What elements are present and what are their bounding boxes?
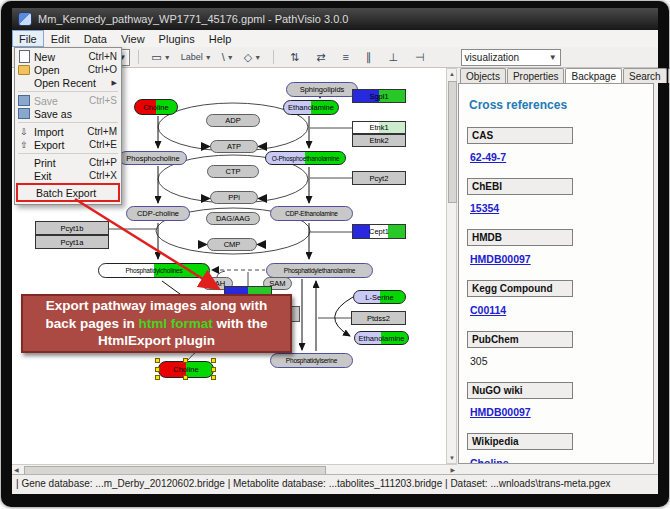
selection-handle[interactable]: [211, 358, 216, 363]
crossref-link[interactable]: HMDB00097: [470, 253, 531, 265]
selection-handle[interactable]: [183, 358, 188, 363]
gene-node-pcyt2[interactable]: Pcyt2: [352, 171, 406, 185]
crossref-title: HMDB: [467, 229, 573, 246]
stack-rows-button[interactable]: ≡: [339, 48, 353, 66]
node-ppi[interactable]: PPi: [210, 191, 258, 204]
file-menu-item-import[interactable]: ⇩ImportCtrl+M: [15, 125, 121, 138]
node-label: Pcyt2: [370, 174, 389, 183]
file-menu-item-new[interactable]: NewCtrl+N: [15, 50, 121, 63]
import-arrow-icon: ⇩: [18, 127, 30, 137]
node-phosphatidylethanolamine[interactable]: Phosphatidylethanolamine: [266, 263, 373, 278]
tab-properties[interactable]: Properties: [507, 68, 565, 83]
selection-handle[interactable]: [155, 375, 160, 380]
crossref-link[interactable]: Choline: [470, 457, 509, 464]
node-phosphocholine[interactable]: Phosphocholine: [119, 151, 187, 165]
crossref-value: 305: [470, 355, 645, 367]
file-menu-item-print[interactable]: PrintCtrl+P: [15, 156, 121, 169]
file-menu-item-exit[interactable]: ExitCtrl+X: [15, 169, 121, 182]
stack-columns-button[interactable]: ∥: [362, 48, 376, 66]
crossref-link[interactable]: 15354: [470, 202, 499, 214]
scroll-down-icon[interactable]: ▼: [449, 455, 455, 461]
canvas-vertical-scrollbar[interactable]: ▲ ▼: [446, 68, 457, 464]
crossref-section-chebi: ChEBI15354: [467, 178, 645, 214]
gene-node-etnk1[interactable]: Etnk1: [352, 121, 406, 134]
scroll-left-icon[interactable]: ◀: [14, 467, 19, 473]
tab-objects[interactable]: Objects: [460, 68, 506, 83]
align-right-button[interactable]: ⊣: [411, 48, 429, 66]
node-cmp[interactable]: CMP: [207, 238, 257, 251]
node-dag-aag[interactable]: DAG/AAG: [206, 212, 260, 225]
node-cdp-ethanolamine[interactable]: CDP-Ethanolamine: [270, 206, 353, 221]
node-phosphatidylserine[interactable]: Phosphatidylserine: [270, 353, 353, 368]
shape-tool[interactable]: ◇▼: [240, 48, 265, 66]
crossref-value: HMDB00097: [470, 253, 645, 265]
scroll-right-icon[interactable]: ▶: [450, 467, 455, 473]
crossref-section-cas: CAS62-49-7: [467, 127, 645, 163]
menubar-item-help[interactable]: Help: [202, 30, 239, 47]
menubar-item-plugins[interactable]: Plugins: [152, 30, 202, 47]
node-choline-top[interactable]: Choline: [134, 99, 178, 115]
crossref-link[interactable]: C00114: [470, 304, 506, 316]
tab-search[interactable]: Search: [623, 68, 667, 83]
selection-handle[interactable]: [155, 358, 160, 363]
canvas-horizontal-scrollbar[interactable]: ◀ ▶: [12, 464, 457, 474]
node-l-serine[interactable]: L-Serine: [353, 290, 406, 304]
menu-item-label: Open Recent: [34, 77, 104, 89]
node-atp[interactable]: ATP: [210, 140, 258, 153]
label-tool[interactable]: Label▼: [177, 48, 216, 66]
node-ethanolamine-bottom[interactable]: Ethanolamine: [354, 331, 409, 345]
node-sphingolipids[interactable]: Sphingolipids: [286, 82, 358, 97]
menu-shortcut: Ctrl+E: [89, 139, 117, 150]
app-icon: [18, 12, 32, 26]
align-center-vertical-button[interactable]: ⇅: [286, 48, 303, 66]
file-menu-item-batch-export[interactable]: Batch Export: [16, 183, 120, 202]
node-phosphatidylcholines[interactable]: Phosphatidylcholines: [98, 263, 210, 278]
line-tool[interactable]: \▼: [218, 48, 238, 66]
file-menu-item-save-as[interactable]: Save as: [15, 107, 121, 120]
node-o-phosphoethanolamine[interactable]: O-Phosphoethanolamine: [265, 151, 346, 165]
selection-handle[interactable]: [155, 367, 160, 372]
gene-node-tool[interactable]: ▭▼: [147, 48, 174, 66]
align-bottom-icon: ⊥: [388, 52, 398, 63]
node-adp[interactable]: ADP: [206, 114, 260, 127]
gene-node-pcyt1a[interactable]: Pcyt1a: [35, 235, 109, 249]
align-bottom-button[interactable]: ⊥: [384, 48, 402, 66]
file-menu-item-save[interactable]: SaveCtrl+S: [15, 94, 121, 107]
new-file-icon: [18, 52, 30, 62]
menubar-item-data[interactable]: Data: [77, 30, 114, 47]
menubar-item-view[interactable]: View: [114, 30, 152, 47]
node-label: Choline: [173, 365, 198, 374]
file-menu-item-export[interactable]: ⇧ExportCtrl+E: [15, 138, 121, 151]
node-label: CDP-choline: [137, 209, 179, 218]
crossref-link[interactable]: HMDB00097: [470, 406, 531, 418]
status-bar: | Gene database: ...m_Derby_20120602.bri…: [12, 474, 658, 492]
file-menu-item-open[interactable]: OpenCtrl+O: [15, 63, 121, 76]
node-label: Phosphatidylethanolamine: [284, 267, 355, 274]
node-ethanolamine-top[interactable]: Ethanolamine: [283, 100, 339, 115]
gene-node-cept1[interactable]: Cept1: [352, 224, 406, 239]
tab-backpage[interactable]: Backpage: [565, 68, 621, 83]
gene-node-ptdss2[interactable]: Ptdss2: [351, 311, 406, 325]
selection-handle[interactable]: [183, 375, 188, 380]
scroll-up-icon[interactable]: ▲: [449, 71, 455, 77]
node-ctp[interactable]: CTP: [207, 165, 259, 178]
gene-node-pcyt1b[interactable]: Pcyt1b: [35, 221, 109, 235]
crossref-value: 15354: [470, 202, 645, 214]
vertical-scroll-thumb[interactable]: [448, 81, 457, 203]
file-menu-item-open-recent[interactable]: Open Recent▶: [15, 76, 121, 89]
new-file-icon: [19, 50, 30, 63]
selection-handle[interactable]: [211, 367, 216, 372]
gene-node-sgpl1[interactable]: Sgpl1: [352, 89, 406, 103]
node-cdp-choline[interactable]: CDP-choline: [126, 206, 190, 221]
chevron-down-icon: ▼: [164, 54, 171, 61]
visualization-combobox[interactable]: visualization ▼: [461, 49, 561, 66]
crossref-link[interactable]: 62-49-7: [470, 151, 506, 163]
node-label: CTP: [226, 167, 241, 176]
menubar-item-file[interactable]: File: [12, 30, 44, 47]
align-center-horizontal-button[interactable]: ⇄: [312, 48, 329, 66]
gene-node-etnk2[interactable]: Etnk2: [352, 134, 406, 147]
selection-handle[interactable]: [211, 375, 216, 380]
save-disk-icon: [18, 95, 30, 106]
node-label: SAH: [210, 279, 225, 288]
menubar-item-edit[interactable]: Edit: [44, 30, 77, 47]
